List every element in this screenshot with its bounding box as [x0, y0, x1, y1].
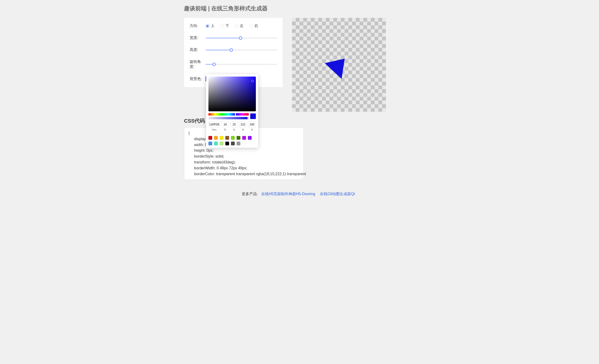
- direction-radio-group: 上下左右: [206, 24, 258, 28]
- width-row: 宽度:: [190, 36, 277, 40]
- page-title: 趣谈前端 | 在线三角形样式生成器: [184, 5, 415, 12]
- width-slider[interactable]: [206, 36, 277, 40]
- preset-color[interactable]: [208, 142, 212, 145]
- radio-label: 下: [225, 24, 229, 28]
- preset-color[interactable]: [248, 136, 252, 140]
- code-line: height: 0px;: [188, 148, 299, 154]
- current-color-swatch: [250, 113, 256, 119]
- a-label: A: [248, 128, 256, 131]
- code-line: borderColor: transparent transparent rgb…: [188, 171, 299, 177]
- height-slider[interactable]: [206, 48, 277, 52]
- saturation-cursor[interactable]: [251, 80, 254, 82]
- preset-color[interactable]: [214, 142, 218, 145]
- rotate-row: 旋转角度:: [190, 59, 277, 69]
- preset-color[interactable]: [225, 142, 229, 145]
- preset-color[interactable]: [242, 142, 246, 145]
- direction-radio-上[interactable]: 上: [206, 24, 214, 28]
- radio-label: 左: [240, 24, 244, 28]
- a-input[interactable]: [248, 122, 256, 127]
- rotate-slider-handle[interactable]: [212, 63, 216, 66]
- preset-color[interactable]: [231, 136, 235, 140]
- footer-link[interactable]: 在线H5页面制作神器H5-Dooring: [261, 192, 315, 196]
- triangle-preview: [325, 51, 353, 79]
- control-panel: 方向: 上下左右 宽度: 高度: 旋转角度:: [184, 18, 282, 87]
- width-label: 宽度:: [190, 36, 206, 40]
- direction-radio-左[interactable]: 左: [235, 24, 244, 28]
- direction-radio-右[interactable]: 右: [249, 24, 258, 28]
- preset-colors: [208, 133, 256, 145]
- preset-color[interactable]: [225, 136, 229, 140]
- preview-area: [292, 18, 386, 112]
- code-line: transform: rotate(43deg);: [188, 160, 299, 165]
- saturation-panel[interactable]: [208, 77, 256, 111]
- preset-color[interactable]: [237, 136, 240, 140]
- preset-color[interactable]: [220, 142, 223, 145]
- color-picker: Hex R G B A: [206, 74, 258, 148]
- alpha-slider[interactable]: [208, 117, 249, 119]
- preset-color[interactable]: [208, 136, 212, 140]
- radio-label: 右: [255, 24, 258, 28]
- preset-color[interactable]: [237, 142, 240, 145]
- bgcolor-label: 背景色:: [190, 77, 206, 81]
- resize-handle-icon[interactable]: [300, 176, 303, 179]
- hex-label: Hex: [208, 128, 220, 131]
- footer: 更多产品: 在线H5页面制作神器H5-Dooring在线Gif动图生成器Qt: [184, 192, 415, 196]
- height-slider-handle[interactable]: [229, 48, 233, 52]
- radio-circle-icon: [220, 24, 224, 28]
- hue-cursor[interactable]: [235, 113, 236, 116]
- direction-row: 方向: 上下左右: [190, 24, 277, 28]
- preset-color[interactable]: [231, 142, 235, 145]
- preset-color[interactable]: [242, 136, 246, 140]
- height-row: 高度:: [190, 47, 277, 52]
- radio-circle-icon: [235, 24, 238, 28]
- hex-input[interactable]: [208, 122, 220, 127]
- hue-slider[interactable]: [208, 113, 249, 115]
- radio-circle-icon: [206, 24, 209, 28]
- radio-circle-icon: [249, 24, 253, 28]
- r-input[interactable]: [221, 122, 229, 127]
- g-label: G: [230, 128, 238, 131]
- preset-color[interactable]: [214, 136, 218, 140]
- footer-label: 更多产品:: [242, 192, 258, 196]
- height-label: 高度:: [190, 47, 206, 52]
- code-line: borderStyle: solid;: [188, 154, 299, 160]
- g-input[interactable]: [230, 122, 238, 127]
- preset-color[interactable]: [220, 136, 223, 140]
- r-label: R: [221, 128, 229, 131]
- alpha-cursor[interactable]: [247, 117, 248, 120]
- direction-label: 方向:: [190, 24, 206, 28]
- b-input[interactable]: [239, 122, 247, 127]
- b-label: B: [239, 128, 247, 131]
- direction-radio-下[interactable]: 下: [220, 24, 229, 28]
- rotate-label: 旋转角度:: [190, 59, 206, 69]
- radio-label: 上: [211, 24, 214, 28]
- code-line: borderWidth: 0 49px 72px 49px;: [188, 165, 299, 171]
- rotate-slider[interactable]: [206, 62, 277, 66]
- width-slider-handle[interactable]: [239, 36, 242, 40]
- footer-link[interactable]: 在线Gif动图生成器Qt: [320, 192, 355, 196]
